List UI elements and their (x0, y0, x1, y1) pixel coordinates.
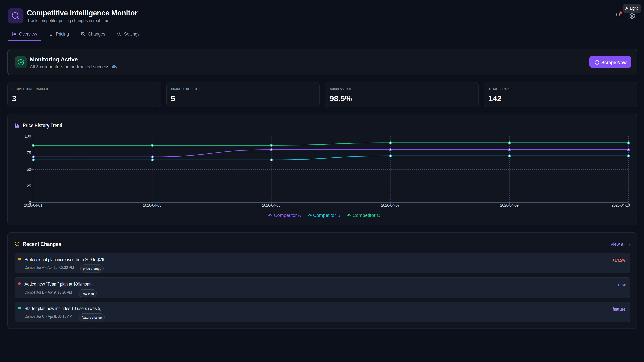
svg-text:2026-04-01: 2026-04-01 (24, 203, 42, 207)
svg-text:25: 25 (27, 184, 31, 188)
svg-text:2026-04-03: 2026-04-03 (143, 203, 162, 207)
svg-text:2026-04-05: 2026-04-05 (262, 203, 280, 207)
svg-text:2026-04-09: 2026-04-09 (500, 203, 519, 207)
svg-text:100: 100 (25, 134, 31, 138)
svg-text:75: 75 (27, 150, 31, 155)
svg-text:50: 50 (27, 167, 31, 171)
svg-text:2026-04-07: 2026-04-07 (381, 203, 400, 207)
svg-text:2026-04-10: 2026-04-10 (612, 203, 630, 207)
